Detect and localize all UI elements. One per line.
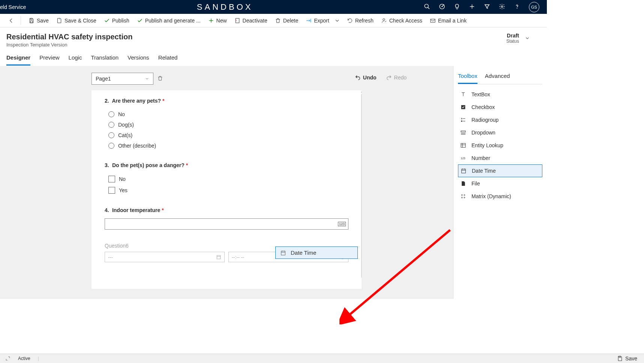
svg-rect-9 bbox=[30, 21, 32, 22]
checkbox-icon bbox=[108, 187, 115, 194]
chevron-down-icon[interactable] bbox=[525, 36, 530, 41]
tab-designer[interactable]: Designer bbox=[6, 54, 30, 66]
scroll-up-indicator: ▲ bbox=[360, 90, 362, 93]
question-6[interactable]: Question6 Date Time --- --:-- -- bbox=[105, 243, 348, 262]
status-text: Active bbox=[18, 356, 30, 361]
delete-page-button[interactable] bbox=[157, 75, 163, 82]
page-selector[interactable]: Page1 bbox=[92, 73, 153, 85]
tool-entity-lookup[interactable]: Entity Lookup bbox=[458, 139, 542, 152]
record-subtitle: Inspection Template Version bbox=[6, 42, 132, 48]
command-bar: Save Save & Close Publish Publish and ge… bbox=[0, 14, 547, 27]
svg-point-38 bbox=[461, 194, 462, 196]
publish-generate-button[interactable]: Publish and generate ... bbox=[133, 14, 204, 27]
refresh-button[interactable]: Refresh bbox=[343, 14, 377, 27]
target-icon[interactable] bbox=[439, 3, 445, 11]
required-indicator: * bbox=[162, 98, 164, 104]
publish-button[interactable]: Publish bbox=[100, 14, 133, 27]
right-panel: Toolbox Advanced TextBox Checkbox Radiog… bbox=[453, 66, 547, 299]
svg-rect-22 bbox=[461, 105, 465, 109]
avatar[interactable]: GS bbox=[529, 2, 539, 12]
svg-rect-15 bbox=[281, 251, 285, 255]
tab-toolbox[interactable]: Toolbox bbox=[458, 73, 477, 84]
tool-number[interactable]: 123Number bbox=[458, 152, 542, 164]
filter-icon[interactable] bbox=[484, 3, 490, 11]
record-header: Residential HVAC safety inspection Inspe… bbox=[0, 27, 547, 48]
scrollbar-thumb[interactable] bbox=[361, 94, 362, 278]
new-button[interactable]: New bbox=[204, 14, 231, 27]
check-access-button[interactable]: Check Access bbox=[377, 14, 426, 27]
design-canvas[interactable]: ▲ ▼ 2. Are there any pets? * No Dog(s) C… bbox=[92, 90, 362, 289]
radio-option[interactable]: No bbox=[105, 109, 348, 120]
status-bar: Active | Save bbox=[0, 354, 644, 363]
save-close-button[interactable]: Save & Close bbox=[53, 14, 100, 27]
svg-text:123: 123 bbox=[461, 157, 465, 160]
svg-point-25 bbox=[461, 121, 462, 122]
help-icon[interactable] bbox=[514, 3, 520, 11]
search-icon[interactable] bbox=[424, 3, 430, 11]
plus-icon[interactable] bbox=[469, 3, 475, 11]
expand-icon[interactable] bbox=[5, 356, 11, 361]
svg-point-13 bbox=[383, 18, 384, 20]
tab-logic[interactable]: Logic bbox=[69, 54, 82, 66]
designer-main: Page1 Undo Redo ▲ ▼ 2. Are there any pet… bbox=[0, 66, 547, 299]
sandbox-label: SANDBOX bbox=[26, 2, 424, 12]
tool-file[interactable]: File bbox=[458, 177, 542, 190]
required-indicator: * bbox=[162, 207, 164, 213]
radio-option[interactable]: Dog(s) bbox=[105, 120, 348, 130]
tab-preview[interactable]: Preview bbox=[39, 54, 59, 66]
svg-point-23 bbox=[461, 118, 462, 119]
tab-versions[interactable]: Versions bbox=[128, 54, 149, 66]
question-4[interactable]: 4. Indoor temperature * 123 bbox=[105, 207, 348, 230]
question-3[interactable]: 3. Do the pet(s) pose a danger? * No Yes bbox=[105, 162, 348, 196]
email-link-button[interactable]: Email a Link bbox=[426, 14, 470, 27]
tool-radiogroup[interactable]: Radiogroup bbox=[458, 114, 542, 126]
status-value: Draft bbox=[506, 33, 519, 39]
gear-icon[interactable] bbox=[499, 3, 505, 11]
checkbox-option[interactable]: No bbox=[105, 173, 348, 185]
svg-point-3 bbox=[442, 6, 442, 6]
tool-datetime[interactable]: Date Time bbox=[458, 164, 542, 177]
status-block: Draft Status bbox=[506, 33, 539, 44]
tab-translation[interactable]: Translation bbox=[91, 54, 119, 66]
radio-icon bbox=[108, 122, 114, 128]
svg-line-1 bbox=[428, 7, 429, 9]
delete-button[interactable]: Delete bbox=[271, 14, 302, 27]
tool-dropdown[interactable]: Dropdown bbox=[458, 126, 542, 139]
svg-point-0 bbox=[425, 4, 428, 8]
datetime-drag-ghost: Date Time bbox=[275, 246, 358, 259]
deactivate-button[interactable]: Deactivate bbox=[231, 14, 271, 27]
svg-rect-27 bbox=[461, 131, 465, 132]
svg-point-40 bbox=[461, 197, 462, 198]
save-button-footer[interactable]: Save bbox=[615, 354, 639, 363]
required-indicator: * bbox=[186, 162, 188, 168]
radio-icon bbox=[108, 143, 114, 149]
tab-advanced[interactable]: Advanced bbox=[485, 73, 510, 84]
top-navigation-bar: eld Service SANDBOX GS bbox=[0, 0, 547, 14]
svg-rect-44 bbox=[619, 356, 621, 357]
page-title: Residential HVAC safety inspection bbox=[6, 33, 132, 41]
svg-rect-30 bbox=[461, 143, 465, 148]
export-button[interactable]: Export bbox=[302, 14, 333, 27]
svg-point-41 bbox=[464, 197, 465, 198]
date-input[interactable]: --- bbox=[105, 252, 225, 262]
svg-point-6 bbox=[501, 6, 503, 7]
status-label: Status bbox=[506, 39, 519, 44]
lightbulb-icon[interactable] bbox=[454, 3, 460, 11]
svg-rect-8 bbox=[30, 18, 32, 19]
radio-option[interactable]: Other (describe) bbox=[105, 140, 348, 151]
tool-checkbox[interactable]: Checkbox bbox=[458, 101, 542, 114]
undo-button[interactable]: Undo bbox=[355, 75, 377, 81]
tab-related[interactable]: Related bbox=[158, 54, 178, 66]
radio-option[interactable]: Cat(s) bbox=[105, 130, 348, 140]
number-icon: 123 bbox=[338, 222, 346, 226]
number-input[interactable]: 123 bbox=[105, 218, 348, 230]
back-button[interactable] bbox=[6, 18, 17, 24]
checkbox-option[interactable]: Yes bbox=[105, 185, 348, 196]
svg-point-39 bbox=[464, 194, 465, 196]
export-chevron[interactable] bbox=[331, 14, 343, 27]
redo-button[interactable]: Redo bbox=[386, 75, 407, 81]
question-2[interactable]: 2. Are there any pets? * No Dog(s) Cat(s… bbox=[105, 98, 348, 151]
save-button[interactable]: Save bbox=[25, 14, 53, 27]
tool-textbox[interactable]: TextBox bbox=[458, 88, 542, 101]
tool-matrix[interactable]: Matrix (Dynamic) bbox=[458, 190, 542, 203]
